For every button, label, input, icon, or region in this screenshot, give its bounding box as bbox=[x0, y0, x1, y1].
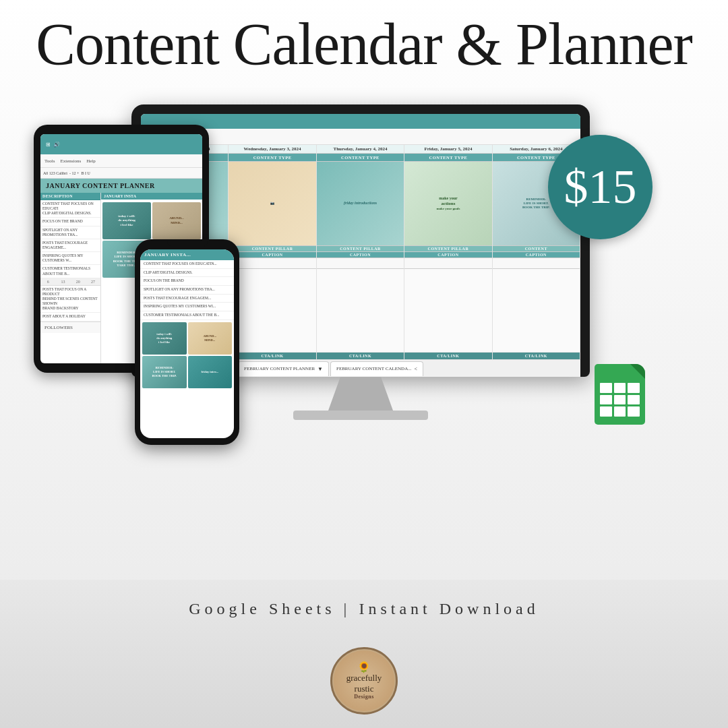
col-image-4: make your actions make your goals bbox=[404, 162, 491, 246]
col-caption-label-2: CAPTION bbox=[229, 252, 315, 258]
phone-item-4: SPOTLIGHT ON ANY PROMOTIONS THA... bbox=[140, 286, 234, 295]
phone-screen: JANUARY INSTA... CONTENT THAT FOCUSES ON… bbox=[140, 249, 234, 438]
col-content-type-3: CONTENT TYPE bbox=[317, 154, 404, 162]
tablet-item-7: POSTS THAT FOCUS ON A PRODUCTBEHIND THE … bbox=[40, 286, 100, 313]
tablet-row-numbers: 6 13 20 27 bbox=[40, 278, 100, 286]
phone-img-4: friday intro... bbox=[188, 356, 233, 388]
phone-insta-header: JANUARY INSTA... bbox=[140, 249, 234, 260]
tab-february-content-calendar[interactable]: FEBRUARY CONTENT CALENDA... < bbox=[330, 361, 423, 376]
sheet-col-2: Wednesday, January 3, 2024 CONTENT TYPE … bbox=[229, 145, 316, 359]
phone-item-3: FOCUS ON THE BRAND bbox=[140, 277, 234, 286]
tablet-item-2: FOCUS ON THE BRAND bbox=[40, 218, 100, 226]
phone-img-2: ABUND...MIND... bbox=[188, 322, 233, 355]
grid-cell-2 bbox=[614, 383, 626, 393]
phone-notch bbox=[167, 239, 208, 247]
sheet-col-3: Thursday, January 4, 2024 CONTENT TYPE f… bbox=[317, 145, 404, 359]
tablet-item-5: INSPIRING QUOTES MY CUSTOMERS W... bbox=[40, 252, 100, 265]
phone-img-grid: today i will:do anythingi feel like ABUN… bbox=[140, 320, 234, 390]
tablet-menu-bar: Tools Extensions Help bbox=[40, 154, 202, 168]
brand-name: gracefullyrustic bbox=[346, 673, 382, 694]
phone-item-7: CUSTOMER TESTIMONIALS ABOUT THE B... bbox=[140, 311, 234, 320]
tablet-planner-title: JANUARY CONTENT PLANNER bbox=[40, 179, 202, 193]
monitor-stand bbox=[320, 377, 401, 411]
tab-february-content-planner[interactable]: FEBRUARY CONTENT PLANNER ▼ bbox=[238, 361, 329, 376]
col-date-4: Friday, January 5, 2024 bbox=[404, 145, 491, 154]
brand-logo: 🌻 gracefullyrustic Designs bbox=[330, 647, 398, 715]
phone-item-6: INSPIRING QUOTES MY CUSTOMERS WI... bbox=[140, 303, 234, 311]
price-text: $15 bbox=[564, 159, 637, 215]
col-pillar-label-3: CONTENT PILLAR bbox=[317, 246, 404, 252]
col-caption-content-2 bbox=[229, 258, 315, 269]
phone-img-1: today i will:do anythingi feel like bbox=[142, 322, 187, 355]
tablet-item-4: POSTS THAT ENCOURAGE ENGAGEME... bbox=[40, 239, 100, 252]
phone-item-1: CONTENT THAT FOCUSES ON EDUCATIN... bbox=[140, 260, 234, 269]
brand-circle: 🌻 gracefullyrustic Designs bbox=[330, 647, 398, 715]
col-spacer-4 bbox=[404, 269, 491, 353]
grid-cell-7 bbox=[600, 406, 612, 417]
grid-cell-3 bbox=[628, 383, 640, 393]
phone-frame: JANUARY INSTA... CONTENT THAT FOCUSES ON… bbox=[135, 239, 239, 445]
tablet-col-left: DESCRIPTION CONTENT THAT FOCUSES ON EDUC… bbox=[40, 193, 101, 363]
monitor-base bbox=[293, 411, 428, 420]
devices-section: File Edit View Insert Tuesday, January 2… bbox=[34, 104, 694, 563]
col-cta-label-5: CTA/LINK bbox=[493, 353, 580, 359]
price-badge: $15 bbox=[548, 135, 653, 239]
col-caption-content-3 bbox=[317, 258, 404, 269]
sheets-icon-paper bbox=[595, 364, 645, 425]
menu-extensions: Extensions bbox=[60, 158, 81, 164]
menu-tools: Tools bbox=[44, 158, 55, 164]
tablet-formula-bar: A0 123 Calibri - 12 + B I U bbox=[40, 168, 202, 179]
tablet-header: ⊞ 🔊 bbox=[40, 134, 202, 154]
tablet-followers-label: FOLLOWERS bbox=[40, 322, 100, 333]
grid-cell-5 bbox=[614, 395, 626, 405]
col-caption-content-4 bbox=[404, 258, 491, 269]
grid-cell-6 bbox=[628, 395, 640, 405]
grid-cell-8 bbox=[614, 406, 626, 417]
tablet-item-1: CONTENT THAT FOCUSES ON EDUCATICLIP ART/… bbox=[40, 200, 100, 218]
tablet-item-3: SPOTLIGHT ON ANY PROMOTIONS THA... bbox=[40, 226, 100, 239]
col-spacer-3 bbox=[317, 269, 404, 353]
tablet-insta-header: JANUARY INSTA bbox=[101, 193, 202, 200]
main-title: Content Calendar & Planner bbox=[0, 12, 728, 78]
col-pillar-label-5: CONTENT bbox=[493, 246, 580, 252]
col-caption-label-3: CAPTION bbox=[317, 252, 404, 258]
tablet-img-1: today i will:do anythingi feel like bbox=[102, 202, 151, 239]
col-pillar-label-4: CONTENT PILLAR bbox=[404, 246, 491, 252]
col-content-type-2: CONTENT TYPE bbox=[229, 154, 315, 162]
google-sheets-icon bbox=[595, 364, 655, 431]
grid-cell-4 bbox=[600, 395, 612, 405]
col-spacer-2 bbox=[229, 269, 315, 353]
tablet-item-8: POST ABOUT A HOLIDAY bbox=[40, 313, 100, 321]
col-image-2: 📷 bbox=[229, 162, 315, 246]
brand-sub: Designs bbox=[354, 694, 374, 700]
tablet-description-header: DESCRIPTION bbox=[40, 193, 100, 200]
col-date-2: Wednesday, January 3, 2024 bbox=[229, 145, 315, 154]
grid-cell-9 bbox=[628, 406, 640, 417]
grid-cell-1 bbox=[600, 383, 612, 393]
subtitle-text: Google Sheets | Instant Download bbox=[189, 600, 539, 618]
col-cta-label-2: CTA/LINK bbox=[229, 353, 315, 359]
sheets-icon-corner bbox=[630, 364, 645, 379]
col-date-3: Thursday, January 4, 2024 bbox=[317, 145, 404, 154]
phone-item-2: CLIP ART/DIGITAL DESIGNS. bbox=[140, 269, 234, 278]
col-pillar-label-2: CONTENT PILLAR bbox=[229, 246, 315, 252]
phone: JANUARY INSTA... CONTENT THAT FOCUSES ON… bbox=[135, 239, 239, 445]
phone-item-5: POSTS THAT ENCOURAGE ENGAGEM... bbox=[140, 295, 234, 303]
tablet-img-2: ABUND...MIND... bbox=[152, 202, 201, 239]
col-cta-label-4: CTA/LINK bbox=[404, 353, 491, 359]
col-cta-label-3: CTA/LINK bbox=[317, 353, 404, 359]
title-section: Content Calendar & Planner bbox=[0, 12, 728, 78]
sunflower-icon: 🌻 bbox=[357, 662, 371, 673]
bottom-section: Google Sheets | Instant Download 🌻 grace… bbox=[0, 580, 728, 728]
sheets-icon-grid bbox=[600, 383, 640, 417]
col-caption-label-4: CAPTION bbox=[404, 252, 491, 258]
col-image-3: friday introductions bbox=[317, 162, 404, 246]
brand-circle-inner: 🌻 gracefullyrustic Designs bbox=[334, 650, 394, 711]
menu-help: Help bbox=[86, 158, 96, 164]
col-caption-content-5 bbox=[493, 258, 580, 269]
col-content-type-4: CONTENT TYPE bbox=[404, 154, 491, 162]
col-caption-label-5: CAPTION bbox=[493, 252, 580, 258]
phone-content: CONTENT THAT FOCUSES ON EDUCATIN... CLIP… bbox=[140, 260, 234, 438]
phone-img-3: REMINDER:LIFE IS SHORT.BOOK THE TRIP. bbox=[142, 356, 187, 388]
tablet-item-6: CUSTOMER TESTIMONIALS ABOUT THE B... bbox=[40, 265, 100, 278]
